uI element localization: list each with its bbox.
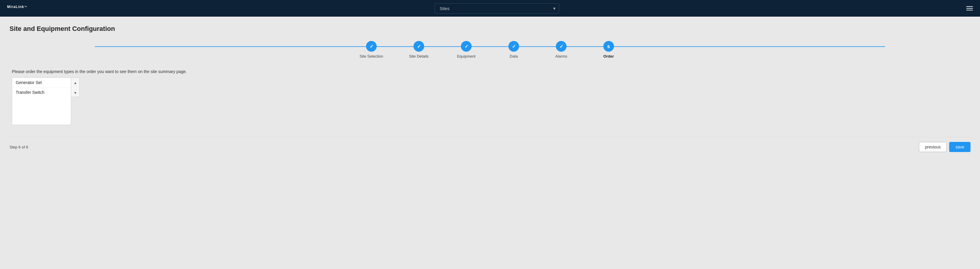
step-3-equipment: Equipment xyxy=(442,41,490,59)
step-2-label: Site Details xyxy=(409,54,429,59)
step-5-label: Alarms xyxy=(555,54,567,59)
step-6-label: Order xyxy=(603,54,614,59)
step-1-label: Site Selection xyxy=(360,54,383,59)
equipment-order-list: Generator Set Transfer Switch xyxy=(12,77,71,125)
step-6-order: 6 Order xyxy=(585,41,632,59)
step-4-data: Data xyxy=(490,41,538,59)
step-5-circle xyxy=(556,41,566,52)
footer: Step 6 of 6 previous save xyxy=(10,137,970,152)
step-5-alarms: Alarms xyxy=(538,41,585,59)
step-1-circle xyxy=(366,41,377,52)
sites-dropdown[interactable]: Sites xyxy=(434,3,559,14)
step-3-label: Equipment xyxy=(457,54,476,59)
footer-buttons: previous save xyxy=(919,142,971,152)
logo: MiraLink™ xyxy=(7,5,27,12)
save-button[interactable]: save xyxy=(949,142,970,152)
page-title: Site and Equipment Configuration xyxy=(10,25,970,33)
previous-button[interactable]: previous xyxy=(919,142,947,152)
list-item-generator-set[interactable]: Generator Set xyxy=(12,78,71,88)
logo-text: MiraLink xyxy=(7,5,24,9)
order-list-container: Generator Set Transfer Switch ▲ ▼ xyxy=(12,77,968,125)
header-center: Sites xyxy=(27,3,966,14)
move-down-button[interactable]: ▼ xyxy=(72,90,78,96)
logo-tm: ™ xyxy=(24,5,27,9)
header: MiraLink™ Sites xyxy=(0,0,980,17)
main-content: Site and Equipment Configuration Site Se… xyxy=(0,17,980,162)
sites-dropdown-wrapper[interactable]: Sites xyxy=(434,3,559,14)
step-4-circle xyxy=(508,41,519,52)
move-up-button[interactable]: ▲ xyxy=(72,80,78,85)
step-2-circle xyxy=(414,41,424,52)
instruction-text: Please order the equipment types in the … xyxy=(12,69,968,74)
step-info: Step 6 of 6 xyxy=(10,145,28,149)
step-1-site-selection: Site Selection xyxy=(348,41,395,59)
content-area: Please order the equipment types in the … xyxy=(10,69,970,125)
list-item-transfer-switch[interactable]: Transfer Switch xyxy=(12,88,71,97)
stepper: Site Selection Site Details Equipment Da… xyxy=(10,41,970,59)
step-2-site-details: Site Details xyxy=(395,41,442,59)
step-6-circle: 6 xyxy=(603,41,614,52)
step-3-circle xyxy=(461,41,472,52)
hamburger-menu-icon[interactable] xyxy=(966,6,973,10)
order-arrows: ▲ ▼ xyxy=(71,77,80,97)
step-4-label: Data xyxy=(509,54,518,59)
